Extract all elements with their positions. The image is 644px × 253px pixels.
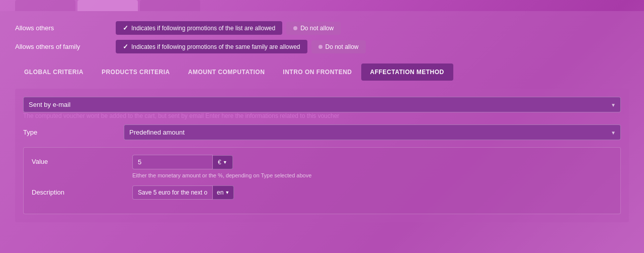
delivery-select-wrapper: Sent by e-mail Automatic Manual xyxy=(23,97,621,112)
lang-label: en xyxy=(217,189,223,196)
delivery-select[interactable]: Sent by e-mail Automatic Manual xyxy=(23,97,621,112)
top-tab-1[interactable] xyxy=(15,0,75,11)
tab-global-criteria[interactable]: GLOBAL CRITERIA xyxy=(15,64,93,81)
currency-button[interactable]: € ▼ xyxy=(213,155,233,169)
top-tab-2[interactable] xyxy=(77,0,138,11)
type-row: Type Predefined amount Percentage Free s… xyxy=(23,124,621,140)
value-input[interactable] xyxy=(132,155,213,169)
allows-others-family-option1[interactable]: ✓ Indicates if following promotions of t… xyxy=(116,40,307,53)
tab-affectation-method[interactable]: AFFECTATION METHOD xyxy=(361,64,453,81)
value-field-row: Value € ▼ Either the monetary amount or … xyxy=(32,155,612,178)
lang-dropdown-arrow: ▼ xyxy=(225,190,229,195)
description-controls: en ▼ xyxy=(132,185,612,200)
allows-others-family-option2-text: Do not allow xyxy=(326,43,359,50)
tab-amount-computation[interactable]: AMOUNT COMPUTATION xyxy=(179,64,274,81)
value-hint: Either the monetary amount or the %, dep… xyxy=(132,172,612,178)
currency-symbol: € xyxy=(218,159,221,166)
allows-others-family-label: Allows others of family xyxy=(15,43,116,50)
allows-others-family-options: ✓ Indicates if following promotions of t… xyxy=(116,40,366,53)
currency-dropdown-arrow: ▼ xyxy=(223,160,227,165)
value-label: Value xyxy=(32,155,132,165)
allows-others-options: ✓ Indicates if following promotions of t… xyxy=(116,21,341,35)
language-button[interactable]: en ▼ xyxy=(213,185,234,200)
tabs-navigation: GLOBAL CRITERIA PRODUCTS CRITERIA AMOUNT… xyxy=(15,64,629,81)
description-label: Description xyxy=(32,185,132,196)
description-input[interactable] xyxy=(132,185,213,200)
allows-others-option1-text: Indicates if following promotions of the… xyxy=(131,25,275,32)
value-description-panel: Value € ▼ Either the monetary amount or … xyxy=(23,147,621,214)
allows-others-family-option1-text: Indicates if following promotions of the… xyxy=(131,43,300,50)
top-tab-3[interactable] xyxy=(140,0,200,11)
value-input-group: € ▼ xyxy=(132,155,612,169)
tab-intro-on-frontend[interactable]: INTRO ON FRONTEND xyxy=(274,64,361,81)
allows-others-option1[interactable]: ✓ Indicates if following promotions of t… xyxy=(116,21,282,35)
check-icon: ✓ xyxy=(123,24,128,32)
type-select[interactable]: Predefined amount Percentage Free shippi… xyxy=(124,124,621,140)
affectation-method-panel: Sent by e-mail Automatic Manual The comp… xyxy=(15,89,629,222)
check-icon-2: ✓ xyxy=(123,43,128,50)
description-input-group: en ▼ xyxy=(132,185,612,200)
top-tab-bar xyxy=(0,0,644,11)
allows-others-label: Allows others xyxy=(15,24,116,32)
main-content: Allows others ✓ Indicates if following p… xyxy=(0,11,644,253)
tab-products-criteria[interactable]: PRODUCTS CRITERIA xyxy=(93,64,179,81)
value-controls: € ▼ Either the monetary amount or the %,… xyxy=(132,155,612,178)
allows-others-family-row: Allows others of family ✓ Indicates if f… xyxy=(15,40,629,53)
type-select-wrapper: Predefined amount Percentage Free shippi… xyxy=(124,124,621,140)
allows-others-row: Allows others ✓ Indicates if following p… xyxy=(15,21,629,35)
type-label: Type xyxy=(23,129,124,136)
allows-others-option2-text: Do not allow xyxy=(300,25,334,32)
dot-icon-2 xyxy=(318,45,323,49)
allows-others-family-option2[interactable]: Do not allow xyxy=(311,40,366,53)
allows-others-option2[interactable]: Do not allow xyxy=(286,22,341,35)
dot-icon xyxy=(293,26,297,30)
delivery-info-text: The computed voucher wont be added to th… xyxy=(23,112,621,119)
description-field-row: Description en ▼ xyxy=(32,185,612,200)
